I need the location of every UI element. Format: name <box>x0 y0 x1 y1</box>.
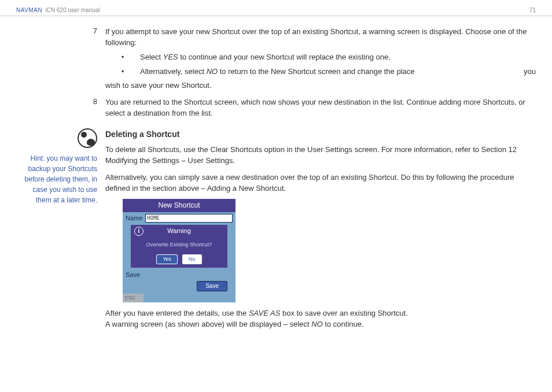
paragraph: After you have entered the details, use … <box>105 308 536 319</box>
step-8: 8 You are returned to the Shortcut scree… <box>16 97 536 119</box>
hint-text: Hint: you may want to backup your Shortc… <box>16 153 97 205</box>
save-button[interactable]: Save <box>197 281 227 292</box>
save-label: Save <box>126 271 140 280</box>
paragraph: To delete all Shortcuts, use the Clear S… <box>105 145 536 167</box>
warning-title: Warning <box>167 227 191 236</box>
step-7: 7 If you attempt to save your new Shortc… <box>16 27 536 91</box>
brand: NAVMAN <box>16 7 42 13</box>
paragraph: A warning screen (as shown above) will b… <box>105 319 536 330</box>
warning-dialog: i Warning Overwrite Existing Shortcut? Y… <box>131 225 227 268</box>
name-label: Name <box>126 214 142 223</box>
step-text: If you attempt to save your new Shortcut… <box>105 27 536 49</box>
globe-icon <box>78 128 97 148</box>
warning-text: Overwrite Existing Shortcut? <box>131 238 227 254</box>
device-title: New Shortcut <box>123 199 235 212</box>
step-number: 7 <box>93 27 97 35</box>
step-number: 8 <box>93 97 97 106</box>
page-header: NAVMAN iCN 620 user manual 71 <box>0 0 552 16</box>
bullet-icon: • <box>105 52 140 63</box>
bullet-item: • Alternatively, select NO to return to … <box>105 66 536 77</box>
step-text: You are returned to the Shortcut screen,… <box>105 97 536 119</box>
esc-button[interactable]: ESC <box>123 294 143 302</box>
section-deleting: Hint: you may want to backup your Shortc… <box>16 128 536 330</box>
paragraph: Alternatively, you can simply save a new… <box>105 172 536 194</box>
bullet-item: • Select YES to continue and your new Sh… <box>105 52 536 63</box>
page-number: 71 <box>529 7 536 13</box>
section-heading: Deleting a Shortcut <box>105 128 536 140</box>
device-screenshot: New Shortcut Name HOME i Warning Overwri… <box>123 199 235 303</box>
info-icon: i <box>134 227 143 236</box>
no-button[interactable]: No <box>182 254 202 264</box>
bullet-icon: • <box>105 66 140 77</box>
yes-button[interactable]: Yes <box>156 254 178 264</box>
name-input[interactable]: HOME <box>145 214 233 223</box>
